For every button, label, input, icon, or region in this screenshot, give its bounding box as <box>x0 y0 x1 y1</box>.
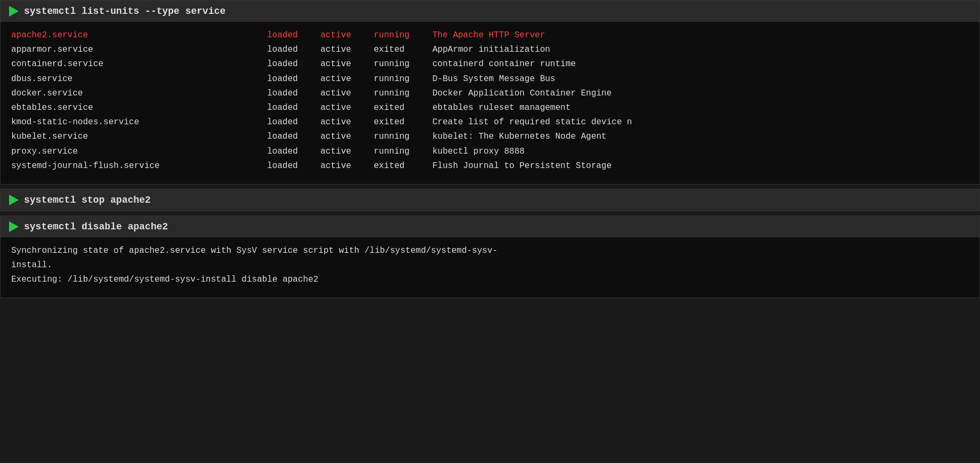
col-loaded: loaded <box>267 86 310 101</box>
col-active: active <box>320 115 363 130</box>
service-name: systemd-journal-flush.service <box>11 159 267 173</box>
col-active: active <box>320 159 363 173</box>
col-desc: kubectl proxy 8888 <box>432 145 525 159</box>
output-line-2: install. <box>11 258 969 273</box>
col-desc: containerd container runtime <box>432 57 576 71</box>
table-row: docker.service loaded active running Doc… <box>11 86 969 101</box>
table-row: proxy.service loaded active running kube… <box>11 145 969 159</box>
col-sub: running <box>374 130 422 144</box>
col-loaded: loaded <box>267 28 310 43</box>
col-sub: exited <box>374 43 422 57</box>
service-name: kubelet.service <box>11 130 267 144</box>
col-desc: The Apache HTTP Server <box>432 28 545 43</box>
service-status: loaded active running kubectl proxy 8888 <box>267 145 525 159</box>
command-bar-list-units: systemctl list-units --type service <box>1 1 979 22</box>
command-text-list-units: systemctl list-units --type service <box>24 6 226 17</box>
service-name: kmod-static-nodes.service <box>11 115 267 130</box>
terminal-block-disable: systemctl disable apache2 Synchronizing … <box>0 215 980 299</box>
col-active: active <box>320 130 363 144</box>
col-loaded: loaded <box>267 101 310 115</box>
col-sub: exited <box>374 115 422 130</box>
table-row: systemd-journal-flush.service loaded act… <box>11 159 969 173</box>
terminal-block-list-units: systemctl list-units --type service apac… <box>0 0 980 185</box>
col-sub: running <box>374 145 422 159</box>
command-text-stop: systemctl stop apache2 <box>24 195 151 205</box>
play-icon <box>9 221 19 232</box>
service-table: apache2.service loaded active running Th… <box>11 28 969 173</box>
service-status: loaded active running Docker Application… <box>267 86 612 101</box>
table-row: dbus.service loaded active running D-Bus… <box>11 72 969 86</box>
service-status: loaded active running kubelet: The Kuber… <box>267 130 606 144</box>
service-status: loaded active exited ebtables ruleset ma… <box>267 101 571 115</box>
service-list-output: apache2.service loaded active running Th… <box>1 22 979 184</box>
col-sub: running <box>374 28 422 43</box>
table-row: containerd.service loaded active running… <box>11 57 969 71</box>
col-active: active <box>320 57 363 71</box>
col-loaded: loaded <box>267 130 310 144</box>
service-name: apache2.service <box>11 28 267 43</box>
table-row: apparmor.service loaded active exited Ap… <box>11 43 969 57</box>
terminal-block-stop: systemctl stop apache2 <box>0 189 980 211</box>
col-sub: running <box>374 86 422 101</box>
play-icon <box>9 195 19 205</box>
disable-output: Synchronizing state of apache2.service w… <box>1 237 979 298</box>
service-name: ebtables.service <box>11 101 267 115</box>
service-name: apparmor.service <box>11 43 267 57</box>
col-loaded: loaded <box>267 72 310 86</box>
col-sub: exited <box>374 101 422 115</box>
service-name: docker.service <box>11 86 267 101</box>
command-bar-disable: systemctl disable apache2 <box>1 216 979 237</box>
col-active: active <box>320 72 363 86</box>
service-status: loaded active exited Flush Journal to Pe… <box>267 159 612 173</box>
table-row: kubelet.service loaded active running ku… <box>11 130 969 144</box>
col-desc: ebtables ruleset management <box>432 101 571 115</box>
command-text-disable: systemctl disable apache2 <box>24 221 168 232</box>
col-active: active <box>320 145 363 159</box>
table-row: apache2.service loaded active running Th… <box>11 28 969 43</box>
col-active: active <box>320 86 363 101</box>
service-name: dbus.service <box>11 72 267 86</box>
col-desc: D-Bus System Message Bus <box>432 72 555 86</box>
col-desc: Create list of required static device n <box>432 115 632 130</box>
service-status: loaded active running D-Bus System Messa… <box>267 72 555 86</box>
service-name: proxy.service <box>11 145 267 159</box>
col-active: active <box>320 101 363 115</box>
col-active: active <box>320 43 363 57</box>
col-desc: kubelet: The Kubernetes Node Agent <box>432 130 606 144</box>
col-sub: exited <box>374 159 422 173</box>
col-desc: AppArmor initialization <box>432 43 550 57</box>
col-sub: running <box>374 72 422 86</box>
command-bar-stop: systemctl stop apache2 <box>1 189 979 211</box>
table-row: kmod-static-nodes.service loaded active … <box>11 115 969 130</box>
service-status: loaded active running containerd contain… <box>267 57 576 71</box>
col-active: active <box>320 28 363 43</box>
col-sub: running <box>374 57 422 71</box>
col-desc: Docker Application Container Engine <box>432 86 612 101</box>
service-status: loaded active exited AppArmor initializa… <box>267 43 550 57</box>
service-name: containerd.service <box>11 57 267 71</box>
output-line-1: Synchronizing state of apache2.service w… <box>11 244 969 258</box>
service-status: loaded active running The Apache HTTP Se… <box>267 28 545 43</box>
col-desc: Flush Journal to Persistent Storage <box>432 159 612 173</box>
col-loaded: loaded <box>267 159 310 173</box>
output-line-3: Executing: /lib/systemd/systemd-sysv-ins… <box>11 273 969 287</box>
table-row: ebtables.service loaded active exited eb… <box>11 101 969 115</box>
service-status: loaded active exited Create list of requ… <box>267 115 632 130</box>
col-loaded: loaded <box>267 115 310 130</box>
col-loaded: loaded <box>267 145 310 159</box>
play-icon <box>9 6 19 17</box>
col-loaded: loaded <box>267 57 310 71</box>
col-loaded: loaded <box>267 43 310 57</box>
